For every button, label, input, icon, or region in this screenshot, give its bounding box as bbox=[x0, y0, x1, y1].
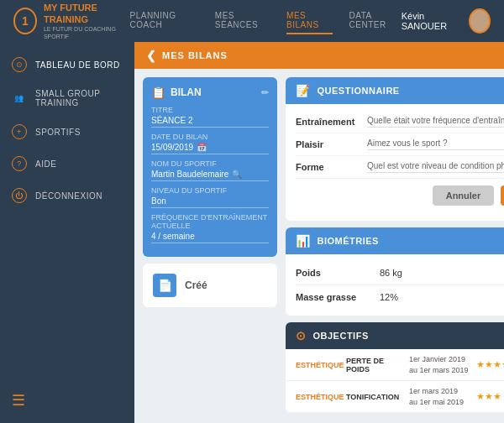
logo-title: My Future Training bbox=[44, 2, 130, 26]
bilan-field-titre: Titre SÉANCE 2 bbox=[151, 106, 269, 128]
breadcrumb: ❮ Mes Bilans bbox=[134, 42, 504, 69]
bilan-field-value-nom: Martin Baudelemaire 🔍 bbox=[151, 170, 269, 181]
right-panel: 📝 Questionnaire + Entraînement Quelle ét… bbox=[286, 77, 504, 413]
sidebar-item-sgt[interactable]: 👥 Small Group Training bbox=[0, 81, 134, 116]
obj-date-0: 1er Janvier 2019au 1er mars 2019 bbox=[409, 354, 476, 375]
q-label-plaisir: Plaisir bbox=[296, 139, 367, 149]
logo: 1 My Future Training Le futur du coachin… bbox=[13, 2, 129, 41]
bio-label-poids: Poids bbox=[296, 268, 380, 278]
bilan-card-header: 📋 Bilan ✏ bbox=[151, 86, 269, 99]
obj-stars-1: ★★★ bbox=[476, 391, 501, 402]
questionnaire-btn-row: Annuler Valider bbox=[296, 179, 504, 214]
validate-button[interactable]: Valider bbox=[501, 185, 504, 206]
status-label: Créé bbox=[185, 279, 207, 291]
bilan-field-freq: Fréquence d'entraînement actuelle 4 / se… bbox=[151, 213, 269, 243]
objectifs-header-left: ⊙ Objectifs bbox=[296, 329, 369, 342]
user-name: Kévin SANOUER bbox=[402, 11, 462, 31]
sidebar-item-sportifs[interactable]: + Sportifs bbox=[0, 116, 134, 148]
nav-planning-coach[interactable]: Planning Coach bbox=[129, 8, 197, 34]
questionnaire-header: 📝 Questionnaire + bbox=[286, 77, 504, 104]
dashboard-icon: ⊙ bbox=[12, 57, 27, 72]
power-icon: ⏻ bbox=[12, 188, 27, 203]
obj-type-1: Esthétique bbox=[296, 393, 346, 401]
biometries-header-left: 📊 Biométries bbox=[296, 234, 379, 248]
obj-name-0: Perte de poids bbox=[346, 357, 409, 373]
sidebar-item-aide[interactable]: ? Aide bbox=[0, 148, 134, 180]
sidebar-label-sgt: Small Group Training bbox=[35, 89, 123, 107]
bio-row-masse: Masse grasse 12% ✏ 🗑 bbox=[296, 285, 504, 309]
sidebar-label-aide: Aide bbox=[35, 159, 56, 169]
bilan-field-nom: Nom du sportif Martin Baudelemaire 🔍 bbox=[151, 159, 269, 181]
menu-button[interactable]: ☰ bbox=[12, 391, 25, 410]
bio-value-masse: 12% bbox=[380, 292, 504, 302]
objectifs-card: ⊙ Objectifs ⬆ Esthétique Perte de poids … bbox=[286, 322, 504, 413]
q-value-entrainement: Quelle était votre fréquence d'entraînem… bbox=[367, 116, 504, 128]
aide-icon: ? bbox=[12, 156, 27, 171]
bilan-field-label-titre: Titre bbox=[151, 106, 269, 114]
breadcrumb-arrow: ❮ bbox=[146, 49, 157, 62]
questionnaire-icon: 📝 bbox=[296, 84, 311, 97]
bilan-field-label-date: Date du bilan bbox=[151, 133, 269, 141]
objectifs-body: Esthétique Perte de poids 1er Janvier 20… bbox=[286, 349, 504, 413]
header-user: Kévin SANOUER bbox=[402, 8, 491, 34]
obj-name-1: Tonification bbox=[346, 393, 409, 401]
nav-mes-seances[interactable]: Mes Séances bbox=[215, 8, 270, 34]
obj-type-0: Esthétique bbox=[296, 361, 346, 369]
q-label-entrainement: Entraînement bbox=[296, 117, 367, 127]
bilan-field-value-date: 15/09/2019 📅 bbox=[151, 143, 269, 154]
objectifs-header: ⊙ Objectifs ⬆ bbox=[286, 322, 504, 349]
bio-row-poids: Poids 86 kg ✏ 🗑 bbox=[296, 261, 504, 285]
cancel-button[interactable]: Annuler bbox=[433, 185, 495, 206]
questionnaire-card: 📝 Questionnaire + Entraînement Quelle ét… bbox=[286, 77, 504, 221]
obj-stars-0: ★★★★★ bbox=[476, 359, 504, 370]
sidebar-bottom: ☰ bbox=[0, 384, 134, 416]
breadcrumb-label: Mes Bilans bbox=[162, 50, 228, 60]
bilan-field-niveau: Niveau du sportif Bon bbox=[151, 186, 269, 208]
objectifs-circle-icon: ⊙ bbox=[296, 329, 307, 342]
sidebar: ⊙ Tableau de bord 👥 Small Group Training… bbox=[0, 42, 134, 423]
bilan-field-label-niveau: Niveau du sportif bbox=[151, 186, 269, 195]
logo-circle: 1 bbox=[13, 8, 37, 34]
calendar-icon: 📅 bbox=[197, 143, 207, 152]
group-icon: 👥 bbox=[12, 91, 27, 106]
bilan-icon: 📋 bbox=[151, 86, 165, 99]
logo-text: My Future Training Le futur du coaching … bbox=[44, 2, 130, 41]
bilan-edit-icon[interactable]: ✏ bbox=[261, 87, 269, 98]
questionnaire-body: Entraînement Quelle était votre fréquenc… bbox=[286, 104, 504, 221]
header-nav: Planning Coach Mes Séances Mes Bilans Da… bbox=[129, 8, 401, 34]
nav-data-center[interactable]: Data Center bbox=[349, 8, 402, 34]
sidebar-item-tableau[interactable]: ⊙ Tableau de bord bbox=[0, 49, 134, 81]
bio-value-poids: 86 kg bbox=[380, 268, 504, 278]
status-card[interactable]: 📄 Créé bbox=[143, 264, 277, 307]
biometries-card: 📊 Biométries + Poids 86 kg ✏ bbox=[286, 227, 504, 316]
sidebar-label-sportifs: Sportifs bbox=[35, 128, 81, 137]
q-value-forme: Quel est votre niveau de condition physi… bbox=[367, 161, 504, 173]
bilan-field-label-freq: Fréquence d'entraînement actuelle bbox=[151, 213, 269, 230]
bilan-card: 📋 Bilan ✏ Titre SÉANCE 2 Dat bbox=[143, 77, 277, 257]
avatar bbox=[469, 8, 491, 34]
q-value-plaisir: Aimez vous le sport ? bbox=[367, 138, 504, 150]
bilan-field-date: Date du bilan 15/09/2019 📅 bbox=[151, 133, 269, 154]
left-panel: 📋 Bilan ✏ Titre SÉANCE 2 Dat bbox=[143, 77, 277, 413]
q-row-forme: Forme Quel est votre niveau de condition… bbox=[296, 156, 504, 179]
bilan-field-value-freq: 4 / semaine bbox=[151, 232, 269, 243]
nav-mes-bilans[interactable]: Mes Bilans bbox=[286, 8, 333, 34]
biometries-icon: 📊 bbox=[296, 234, 311, 248]
biometries-body: Poids 86 kg ✏ 🗑 Masse grasse 12% bbox=[286, 254, 504, 316]
objectifs-title: Objectifs bbox=[313, 331, 369, 341]
q-row-entrainement: Entraînement Quelle était votre fréquenc… bbox=[296, 111, 504, 133]
q-row-plaisir: Plaisir Aimez vous le sport ? ✏ 🗑 bbox=[296, 133, 504, 156]
bilan-title-row: 📋 Bilan bbox=[151, 86, 202, 99]
bilan-field-label-nom: Nom du sportif bbox=[151, 159, 269, 168]
obj-row-0: Esthétique Perte de poids 1er Janvier 20… bbox=[286, 349, 504, 381]
content: ❮ Mes Bilans 📋 Bilan ✏ bbox=[134, 42, 504, 423]
sidebar-label-tableau: Tableau de bord bbox=[35, 60, 120, 70]
logo-letter: 1 bbox=[22, 14, 29, 28]
search-icon[interactable]: 🔍 bbox=[232, 170, 242, 179]
obj-date-1: 1er mars 2019au 1er mai 2019 bbox=[409, 386, 476, 407]
obj-row-1: Esthétique Tonification 1er mars 2019au … bbox=[286, 381, 504, 413]
bio-label-masse: Masse grasse bbox=[296, 292, 380, 302]
sidebar-item-deconnexion[interactable]: ⏻ Déconnexion bbox=[0, 180, 134, 212]
status-doc-icon: 📄 bbox=[153, 274, 176, 297]
header: 1 My Future Training Le futur du coachin… bbox=[0, 0, 504, 42]
